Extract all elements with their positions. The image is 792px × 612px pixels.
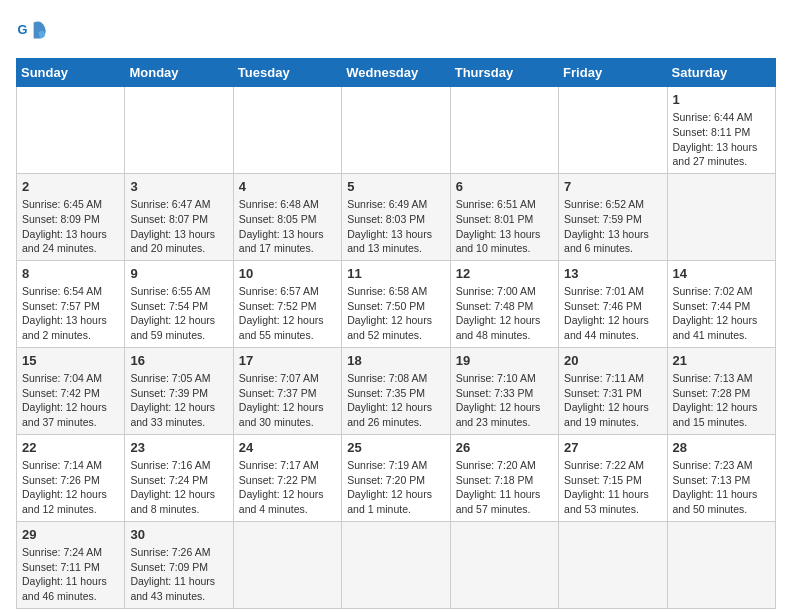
cell-content: Sunrise: 7:19 AMSunset: 7:20 PMDaylight:… bbox=[347, 458, 444, 517]
logo: G bbox=[16, 16, 52, 48]
calendar-cell: 2Sunrise: 6:45 AMSunset: 8:09 PMDaylight… bbox=[17, 173, 125, 260]
calendar-cell: 24Sunrise: 7:17 AMSunset: 7:22 PMDayligh… bbox=[233, 434, 341, 521]
day-number: 11 bbox=[347, 265, 444, 283]
day-number: 21 bbox=[673, 352, 770, 370]
day-number: 3 bbox=[130, 178, 227, 196]
day-number: 24 bbox=[239, 439, 336, 457]
calendar-cell: 27Sunrise: 7:22 AMSunset: 7:15 PMDayligh… bbox=[559, 434, 667, 521]
calendar-cell: 9Sunrise: 6:55 AMSunset: 7:54 PMDaylight… bbox=[125, 260, 233, 347]
day-number: 5 bbox=[347, 178, 444, 196]
day-number: 28 bbox=[673, 439, 770, 457]
calendar-cell: 7Sunrise: 6:52 AMSunset: 7:59 PMDaylight… bbox=[559, 173, 667, 260]
day-number: 15 bbox=[22, 352, 119, 370]
calendar-cell: 18Sunrise: 7:08 AMSunset: 7:35 PMDayligh… bbox=[342, 347, 450, 434]
col-header-monday: Monday bbox=[125, 59, 233, 87]
calendar-cell: 30Sunrise: 7:26 AMSunset: 7:09 PMDayligh… bbox=[125, 521, 233, 608]
col-header-friday: Friday bbox=[559, 59, 667, 87]
calendar-cell bbox=[125, 87, 233, 174]
logo-icon: G bbox=[16, 16, 48, 48]
cell-content: Sunrise: 7:14 AMSunset: 7:26 PMDaylight:… bbox=[22, 458, 119, 517]
cell-content: Sunrise: 6:49 AMSunset: 8:03 PMDaylight:… bbox=[347, 197, 444, 256]
calendar-cell bbox=[233, 521, 341, 608]
day-number: 6 bbox=[456, 178, 553, 196]
calendar-cell: 3Sunrise: 6:47 AMSunset: 8:07 PMDaylight… bbox=[125, 173, 233, 260]
day-number: 19 bbox=[456, 352, 553, 370]
calendar-cell: 11Sunrise: 6:58 AMSunset: 7:50 PMDayligh… bbox=[342, 260, 450, 347]
day-number: 16 bbox=[130, 352, 227, 370]
calendar-cell: 19Sunrise: 7:10 AMSunset: 7:33 PMDayligh… bbox=[450, 347, 558, 434]
cell-content: Sunrise: 7:20 AMSunset: 7:18 PMDaylight:… bbox=[456, 458, 553, 517]
cell-content: Sunrise: 7:17 AMSunset: 7:22 PMDaylight:… bbox=[239, 458, 336, 517]
cell-content: Sunrise: 6:48 AMSunset: 8:05 PMDaylight:… bbox=[239, 197, 336, 256]
calendar-cell: 16Sunrise: 7:05 AMSunset: 7:39 PMDayligh… bbox=[125, 347, 233, 434]
day-number: 22 bbox=[22, 439, 119, 457]
cell-content: Sunrise: 7:08 AMSunset: 7:35 PMDaylight:… bbox=[347, 371, 444, 430]
calendar-cell: 4Sunrise: 6:48 AMSunset: 8:05 PMDaylight… bbox=[233, 173, 341, 260]
calendar-cell: 1Sunrise: 6:44 AMSunset: 8:11 PMDaylight… bbox=[667, 87, 775, 174]
cell-content: Sunrise: 7:00 AMSunset: 7:48 PMDaylight:… bbox=[456, 284, 553, 343]
col-header-wednesday: Wednesday bbox=[342, 59, 450, 87]
col-header-tuesday: Tuesday bbox=[233, 59, 341, 87]
cell-content: Sunrise: 6:55 AMSunset: 7:54 PMDaylight:… bbox=[130, 284, 227, 343]
calendar-cell bbox=[450, 521, 558, 608]
calendar-cell: 22Sunrise: 7:14 AMSunset: 7:26 PMDayligh… bbox=[17, 434, 125, 521]
calendar-cell: 5Sunrise: 6:49 AMSunset: 8:03 PMDaylight… bbox=[342, 173, 450, 260]
day-number: 2 bbox=[22, 178, 119, 196]
day-number: 7 bbox=[564, 178, 661, 196]
calendar-cell bbox=[559, 521, 667, 608]
day-number: 14 bbox=[673, 265, 770, 283]
day-number: 23 bbox=[130, 439, 227, 457]
cell-content: Sunrise: 7:22 AMSunset: 7:15 PMDaylight:… bbox=[564, 458, 661, 517]
cell-content: Sunrise: 7:02 AMSunset: 7:44 PMDaylight:… bbox=[673, 284, 770, 343]
calendar-cell: 10Sunrise: 6:57 AMSunset: 7:52 PMDayligh… bbox=[233, 260, 341, 347]
cell-content: Sunrise: 6:54 AMSunset: 7:57 PMDaylight:… bbox=[22, 284, 119, 343]
cell-content: Sunrise: 6:57 AMSunset: 7:52 PMDaylight:… bbox=[239, 284, 336, 343]
cell-content: Sunrise: 6:52 AMSunset: 7:59 PMDaylight:… bbox=[564, 197, 661, 256]
day-number: 12 bbox=[456, 265, 553, 283]
col-header-sunday: Sunday bbox=[17, 59, 125, 87]
day-number: 20 bbox=[564, 352, 661, 370]
day-number: 27 bbox=[564, 439, 661, 457]
calendar-cell bbox=[233, 87, 341, 174]
calendar-cell: 13Sunrise: 7:01 AMSunset: 7:46 PMDayligh… bbox=[559, 260, 667, 347]
calendar-cell: 17Sunrise: 7:07 AMSunset: 7:37 PMDayligh… bbox=[233, 347, 341, 434]
calendar-cell: 21Sunrise: 7:13 AMSunset: 7:28 PMDayligh… bbox=[667, 347, 775, 434]
calendar-cell: 8Sunrise: 6:54 AMSunset: 7:57 PMDaylight… bbox=[17, 260, 125, 347]
calendar-cell: 26Sunrise: 7:20 AMSunset: 7:18 PMDayligh… bbox=[450, 434, 558, 521]
col-header-thursday: Thursday bbox=[450, 59, 558, 87]
day-number: 18 bbox=[347, 352, 444, 370]
svg-text:G: G bbox=[18, 22, 28, 37]
cell-content: Sunrise: 6:58 AMSunset: 7:50 PMDaylight:… bbox=[347, 284, 444, 343]
day-number: 29 bbox=[22, 526, 119, 544]
day-number: 8 bbox=[22, 265, 119, 283]
cell-content: Sunrise: 7:10 AMSunset: 7:33 PMDaylight:… bbox=[456, 371, 553, 430]
cell-content: Sunrise: 7:05 AMSunset: 7:39 PMDaylight:… bbox=[130, 371, 227, 430]
cell-content: Sunrise: 7:07 AMSunset: 7:37 PMDaylight:… bbox=[239, 371, 336, 430]
calendar-cell: 25Sunrise: 7:19 AMSunset: 7:20 PMDayligh… bbox=[342, 434, 450, 521]
calendar-cell bbox=[17, 87, 125, 174]
day-number: 9 bbox=[130, 265, 227, 283]
calendar-table: SundayMondayTuesdayWednesdayThursdayFrid… bbox=[16, 58, 776, 609]
calendar-cell: 12Sunrise: 7:00 AMSunset: 7:48 PMDayligh… bbox=[450, 260, 558, 347]
calendar-cell bbox=[667, 521, 775, 608]
day-number: 4 bbox=[239, 178, 336, 196]
day-number: 10 bbox=[239, 265, 336, 283]
calendar-cell: 15Sunrise: 7:04 AMSunset: 7:42 PMDayligh… bbox=[17, 347, 125, 434]
cell-content: Sunrise: 7:13 AMSunset: 7:28 PMDaylight:… bbox=[673, 371, 770, 430]
calendar-cell: 29Sunrise: 7:24 AMSunset: 7:11 PMDayligh… bbox=[17, 521, 125, 608]
cell-content: Sunrise: 7:23 AMSunset: 7:13 PMDaylight:… bbox=[673, 458, 770, 517]
calendar-cell bbox=[559, 87, 667, 174]
calendar-cell bbox=[667, 173, 775, 260]
cell-content: Sunrise: 6:45 AMSunset: 8:09 PMDaylight:… bbox=[22, 197, 119, 256]
day-number: 17 bbox=[239, 352, 336, 370]
cell-content: Sunrise: 7:04 AMSunset: 7:42 PMDaylight:… bbox=[22, 371, 119, 430]
calendar-cell: 28Sunrise: 7:23 AMSunset: 7:13 PMDayligh… bbox=[667, 434, 775, 521]
day-number: 26 bbox=[456, 439, 553, 457]
calendar-cell: 14Sunrise: 7:02 AMSunset: 7:44 PMDayligh… bbox=[667, 260, 775, 347]
cell-content: Sunrise: 6:47 AMSunset: 8:07 PMDaylight:… bbox=[130, 197, 227, 256]
day-number: 25 bbox=[347, 439, 444, 457]
cell-content: Sunrise: 7:24 AMSunset: 7:11 PMDaylight:… bbox=[22, 545, 119, 604]
cell-content: Sunrise: 6:51 AMSunset: 8:01 PMDaylight:… bbox=[456, 197, 553, 256]
calendar-cell bbox=[342, 87, 450, 174]
cell-content: Sunrise: 7:01 AMSunset: 7:46 PMDaylight:… bbox=[564, 284, 661, 343]
